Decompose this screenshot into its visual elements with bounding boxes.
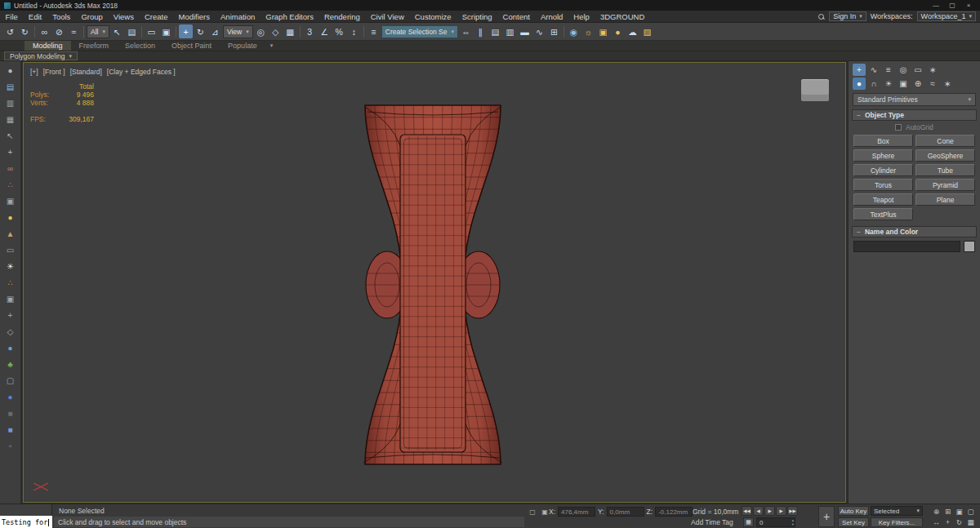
primitive-button-cylinder[interactable]: Cylinder	[853, 164, 913, 176]
set-key-button[interactable]: Set Key	[838, 517, 869, 527]
diamond-tool-icon[interactable]: ◇	[3, 324, 18, 339]
autogrid-checkbox[interactable]	[895, 124, 902, 131]
viewport-menu-shading[interactable]: [Clay + Edged Faces ]	[107, 68, 176, 76]
tab-populate[interactable]: Populate	[220, 41, 265, 51]
align-icon[interactable]: ∥	[474, 24, 488, 38]
menu-create[interactable]: Create	[139, 11, 173, 22]
grid-tool-icon[interactable]: ▦	[3, 112, 18, 126]
menu-customize[interactable]: Customize	[409, 11, 457, 22]
plane-tool-icon[interactable]: ▭	[3, 242, 18, 257]
camera-frame-tool-icon[interactable]: ▣	[3, 291, 18, 306]
snaps-toggle-3d-icon[interactable]: 3	[303, 24, 317, 38]
menu-animation[interactable]: Animation	[216, 11, 261, 22]
key-mode-toggle-icon[interactable]: ▦	[743, 517, 754, 527]
select-arrow-tool-icon[interactable]: ↖	[3, 128, 18, 143]
render-in-cloud-icon[interactable]: ☁	[626, 24, 639, 38]
maximize-viewport-toggle-icon[interactable]: ▦	[965, 517, 976, 527]
curve-editor-icon[interactable]: ∿	[532, 24, 546, 38]
primitive-button-geosphere[interactable]: GeoSphere	[915, 149, 975, 162]
viewcube[interactable]	[801, 79, 829, 101]
toggle-layer-explorer-icon[interactable]: ▥	[503, 24, 517, 38]
mirror-icon[interactable]: ⇔	[459, 24, 473, 38]
create-tab-icon[interactable]: +	[853, 64, 866, 76]
zoom-icon[interactable]: ⊕	[931, 507, 942, 517]
select-object-icon[interactable]: ↖	[110, 24, 124, 38]
viewport[interactable]: [+] [Front ] [Standard] [Clay + Edged Fa…	[23, 62, 846, 503]
viewport-menu-view[interactable]: [Front ]	[43, 68, 65, 76]
bind-to-space-warp-icon[interactable]: ≈	[67, 24, 81, 38]
scene-converter-icon[interactable]: ▨	[640, 24, 654, 38]
particle-dots-tool-icon[interactable]: ∴	[3, 177, 18, 192]
rendered-frame-window-icon[interactable]: ▣	[596, 24, 610, 38]
menu-edit[interactable]: Edit	[23, 11, 47, 22]
polygon-modeling-panel[interactable]: Polygon Modeling▾	[4, 51, 78, 60]
light-bulb-tool-icon[interactable]: ☀	[3, 259, 18, 273]
zoom-extents-icon[interactable]: ▣	[954, 507, 964, 517]
menu-tools[interactable]: Tools	[47, 11, 76, 22]
primitive-button-box[interactable]: Box	[853, 135, 913, 147]
menu-civil-view[interactable]: Civil View	[365, 11, 409, 22]
zoom-all-icon[interactable]: ⊞	[942, 507, 953, 517]
workspace-dropdown[interactable]: Workspace_1▾	[917, 11, 976, 21]
model-wireframe[interactable]	[24, 63, 845, 502]
select-and-scale-icon[interactable]: ⊿	[208, 24, 222, 38]
menu-views[interactable]: Views	[108, 11, 139, 22]
add-time-tag[interactable]: Add Time Tag	[691, 518, 733, 526]
viewport-menu-plus[interactable]: [+]	[30, 68, 38, 76]
key-selection-dropdown[interactable]: Selected▾	[871, 506, 923, 516]
menu-content[interactable]: Content	[497, 11, 535, 22]
y-coordinate-field[interactable]: 0,0mm	[607, 507, 644, 517]
window-crossing-toggle-icon[interactable]: ▣	[159, 24, 173, 38]
primitive-button-plane[interactable]: Plane	[915, 193, 975, 206]
primitive-button-pyramid[interactable]: Pyramid	[915, 179, 975, 191]
menu-3dground[interactable]: 3DGROUND	[595, 11, 649, 22]
primitive-button-tube[interactable]: Tube	[915, 164, 975, 176]
name-color-rollout-header[interactable]: − Name and Color	[852, 226, 977, 237]
menu-group[interactable]: Group	[76, 11, 108, 22]
link-chain-tool-icon[interactable]: ∞	[3, 161, 18, 175]
select-and-move-icon[interactable]: +	[179, 24, 193, 38]
maxscript-listener-strip[interactable]	[0, 504, 52, 516]
z-coordinate-field[interactable]: -0,122mm	[655, 507, 693, 517]
maxscript-mini-listener[interactable]: Testing for	[0, 516, 52, 528]
utilities-tab-icon[interactable]: ∗	[926, 64, 939, 76]
select-and-link-icon[interactable]: ∞	[38, 24, 51, 38]
angle-snap-toggle-icon[interactable]: ∠	[318, 24, 332, 38]
named-selection-set-dropdown[interactable]: Create Selection Se▾	[381, 25, 458, 38]
current-frame-spinner[interactable]: 0 ▴▾	[756, 517, 795, 527]
edit-named-selection-sets-icon[interactable]: ≡	[367, 24, 381, 38]
menu-help[interactable]: Help	[568, 11, 595, 22]
go-to-end-icon[interactable]: ▶▶	[787, 506, 798, 516]
redo-icon[interactable]: ↻	[18, 24, 32, 38]
minimize-button[interactable]: —	[929, 1, 943, 10]
render-setup-icon[interactable]: ☼	[581, 24, 595, 38]
go-to-start-icon[interactable]: ◀◀	[742, 506, 752, 516]
tab-selection[interactable]: Selection	[117, 41, 163, 51]
use-pivot-point-center-icon[interactable]: ◎	[254, 24, 268, 38]
play-animation-icon[interactable]: ▶	[764, 506, 775, 516]
pointer-tool-icon[interactable]: ●	[3, 63, 18, 78]
unlink-selection-icon[interactable]: ⊘	[52, 24, 66, 38]
layers-tool-icon[interactable]: ▥	[3, 95, 18, 110]
pan-hand-icon[interactable]: +	[818, 506, 835, 527]
material-editor-icon[interactable]: ◉	[567, 24, 581, 38]
geometry-category-icon[interactable]: ●	[853, 78, 866, 90]
cameras-category-icon[interactable]: ▣	[897, 78, 910, 90]
selection-filter-dropdown[interactable]: All▾	[87, 25, 109, 38]
object-type-rollout-header[interactable]: − Object Type	[852, 109, 977, 121]
auto-key-button[interactable]: Auto Key	[838, 506, 869, 516]
close-button[interactable]: ×	[961, 1, 976, 10]
tab-modeling[interactable]: Modeling	[24, 41, 71, 51]
hierarchy-tab-icon[interactable]: ≡	[882, 64, 895, 76]
document-tool-icon[interactable]: ▤	[3, 79, 18, 94]
maximize-button[interactable]: ▢	[945, 1, 960, 10]
spinner-snap-toggle-icon[interactable]: ↕	[347, 24, 361, 38]
helper-cross-tool-icon[interactable]: +	[3, 308, 18, 322]
percent-snap-toggle-icon[interactable]: %	[332, 24, 346, 38]
menu-file[interactable]: File	[0, 11, 23, 22]
viewport-menu-renderer[interactable]: [Standard]	[70, 68, 102, 76]
select-by-name-icon[interactable]: ▤	[125, 24, 139, 38]
object-name-input[interactable]	[853, 241, 960, 252]
menu-scripting[interactable]: Scripting	[457, 11, 497, 22]
toggle-ribbon-icon[interactable]: ▬	[518, 24, 532, 38]
